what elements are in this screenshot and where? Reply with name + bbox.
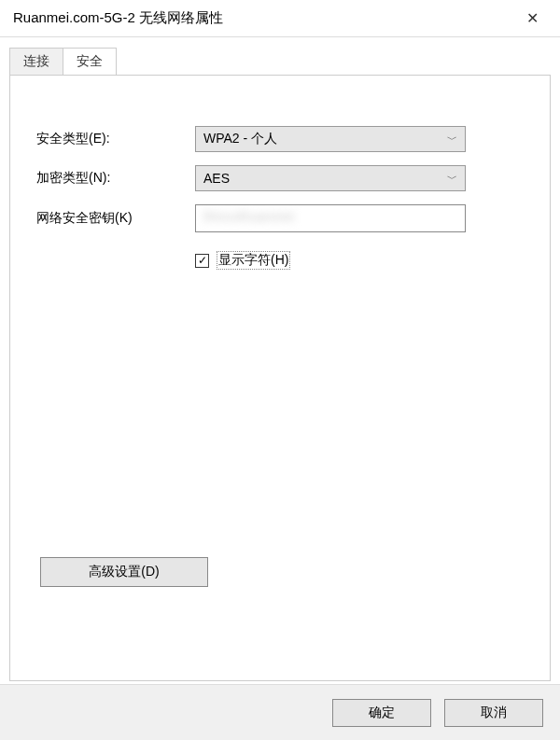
tab-security[interactable]: 安全 — [63, 48, 117, 76]
window-title: Ruanmei.com-5G-2 无线网络属性 — [13, 9, 513, 27]
dialog-body: 连接 安全 安全类型(E): WPA2 - 个人 ﹀ 加密类型(N): AES … — [0, 37, 560, 681]
select-security-type-value: WPA2 - 个人 — [203, 131, 277, 147]
row-encryption-type: 加密类型(N): AES ﹀ — [36, 165, 524, 191]
label-show-chars: 显示字符(H) — [217, 251, 290, 270]
select-security-type[interactable]: WPA2 - 个人 ﹀ — [195, 126, 466, 152]
dialog-footer: 确定 取消 — [0, 684, 560, 740]
label-encryption-type: 加密类型(N): — [36, 170, 195, 187]
advanced-settings-label: 高级设置(D) — [89, 564, 159, 580]
titlebar: Ruanmei.com-5G-2 无线网络属性 ✕ — [0, 0, 560, 37]
row-security-type: 安全类型(E): WPA2 - 个人 ﹀ — [36, 126, 524, 152]
ok-label: 确定 — [369, 705, 395, 721]
ok-button[interactable]: 确定 — [332, 699, 431, 727]
chevron-down-icon: ﹀ — [447, 172, 457, 186]
advanced-settings-button[interactable]: 高级设置(D) — [40, 557, 208, 587]
input-network-key-value: RincoRuanmei — [203, 209, 295, 224]
cancel-button[interactable]: 取消 — [444, 699, 543, 727]
chevron-down-icon: ﹀ — [447, 133, 457, 147]
row-network-key: 网络安全密钥(K) RincoRuanmei — [36, 204, 524, 232]
input-network-key[interactable]: RincoRuanmei — [195, 204, 466, 232]
checkbox-show-chars[interactable]: ✓ — [195, 254, 209, 268]
select-encryption-type-value: AES — [203, 171, 230, 186]
close-icon: ✕ — [526, 9, 539, 27]
row-show-chars: ✓ 显示字符(H) — [195, 251, 524, 270]
cancel-label: 取消 — [481, 705, 507, 721]
tab-panel-security: 安全类型(E): WPA2 - 个人 ﹀ 加密类型(N): AES ﹀ 网络安全… — [9, 75, 551, 681]
tab-strip: 连接 安全 — [9, 48, 551, 76]
label-security-type: 安全类型(E): — [36, 131, 195, 147]
close-button[interactable]: ✕ — [513, 5, 551, 33]
label-network-key: 网络安全密钥(K) — [36, 210, 195, 227]
tab-connection[interactable]: 连接 — [9, 48, 63, 76]
check-icon: ✓ — [198, 255, 207, 266]
select-encryption-type[interactable]: AES ﹀ — [195, 165, 466, 191]
